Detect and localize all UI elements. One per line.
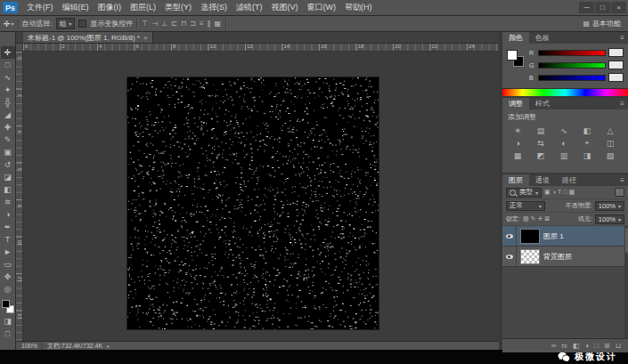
lasso-tool[interactable]: ∿	[1, 71, 15, 84]
status-arrow-icon[interactable]: ▸	[107, 343, 110, 349]
tab-color[interactable]: 颜色	[502, 32, 529, 44]
menu-item[interactable]: 窗口(W)	[303, 0, 341, 15]
curves-icon[interactable]: ∿	[552, 125, 575, 137]
auto-align-icon[interactable]: ▦	[214, 20, 223, 28]
panel-menu-icon[interactable]: ≡	[616, 174, 628, 186]
clone-stamp-tool[interactable]: ▣	[1, 146, 15, 158]
filter-adjustment-layers-icon[interactable]: ◑	[552, 189, 556, 196]
auto-select-dropdown[interactable]: 组 ▾	[56, 18, 76, 29]
path-selection-tool[interactable]: ►	[1, 246, 15, 258]
menu-item[interactable]: 帮助(H)	[340, 0, 377, 15]
layer-thumbnail[interactable]	[521, 250, 539, 263]
menu-item[interactable]: 文件(F)	[22, 0, 58, 15]
filter-type-layers-icon[interactable]: T	[558, 189, 561, 196]
menu-item[interactable]: 视图(V)	[267, 0, 303, 15]
exposure-icon[interactable]: ◧	[575, 125, 599, 137]
layer-name[interactable]: 图层 1	[543, 231, 564, 241]
menu-item[interactable]: 类型(Y)	[160, 0, 196, 15]
blend-mode-dropdown[interactable]: 正常 ▾	[506, 201, 545, 211]
panel-menu-icon[interactable]: ≡	[616, 32, 628, 44]
red-channel-slider[interactable]	[538, 50, 606, 56]
type-tool[interactable]: T	[1, 233, 15, 246]
tool-preset-button[interactable]: ✛ ▾	[4, 20, 14, 28]
tab-layers[interactable]: 图层	[502, 174, 529, 186]
distribute-vertical-icon[interactable]: ≡	[199, 20, 205, 28]
brightness-contrast-icon[interactable]: ☀	[506, 125, 529, 137]
history-brush-tool[interactable]: ↺	[1, 158, 15, 171]
channel-mixer-icon[interactable]: ◫	[599, 137, 622, 150]
layer-filter-dropdown[interactable]: 类型 ▾	[506, 188, 542, 198]
align-left-edges-icon[interactable]: ⊏	[170, 20, 178, 28]
color-lookup-icon[interactable]: ▦	[506, 150, 529, 162]
color-spectrum-ramp[interactable]	[502, 88, 628, 96]
rectangle-tool[interactable]: ▭	[1, 258, 15, 271]
new-adjustment-layer-icon[interactable]: ◑	[584, 339, 589, 352]
fill-dropdown[interactable]: 100% ▾	[595, 214, 624, 224]
layer-visibility-toggle[interactable]	[502, 226, 517, 246]
eraser-tool[interactable]: ◪	[1, 171, 15, 183]
filter-pixel-layers-icon[interactable]: ▣	[544, 189, 551, 196]
maximize-button[interactable]: □	[595, 2, 610, 13]
dodge-tool[interactable]: ◑	[1, 208, 15, 221]
zoom-tool[interactable]: ◎	[1, 283, 15, 295]
quick-mask-icon[interactable]: ◨	[1, 315, 15, 328]
foreground-color-swatch[interactable]	[2, 300, 10, 308]
close-button[interactable]: ×	[611, 2, 626, 13]
red-channel-value-input[interactable]	[608, 48, 624, 57]
layers-scrollbar[interactable]	[624, 226, 628, 338]
add-layer-mask-icon[interactable]: ◧	[573, 339, 580, 352]
workspace-switcher[interactable]: ▦ 基本功能	[583, 19, 624, 28]
gradient-map-icon[interactable]: ▧	[599, 150, 622, 162]
document-tab[interactable]: 未标题-1 @ 100%(图层 1, RGB/8) * ×	[23, 32, 153, 43]
menu-item[interactable]: 滤镜(T)	[232, 0, 267, 15]
minimize-button[interactable]: ─	[579, 2, 594, 13]
document-canvas[interactable]	[127, 77, 379, 329]
opacity-dropdown[interactable]: 100% ▾	[595, 201, 624, 211]
align-bottom-edges-icon[interactable]: ⊥	[160, 20, 168, 28]
menu-item[interactable]: 选择(S)	[196, 0, 232, 15]
invert-icon[interactable]: ◩	[529, 150, 552, 162]
tab-adjustments[interactable]: 调整	[502, 98, 529, 109]
lock-image-pixels-icon[interactable]: ✎	[531, 215, 536, 222]
tab-swatches[interactable]: 色板	[529, 32, 556, 44]
color-balance-icon[interactable]: ⇆	[529, 137, 552, 150]
align-horizontal-centers-icon[interactable]: ⊓	[180, 20, 187, 28]
tab-styles[interactable]: 样式	[529, 98, 556, 109]
pen-tool[interactable]: ✒	[1, 221, 15, 233]
layer-row-background[interactable]: 背景图层	[502, 247, 628, 267]
delete-layer-icon[interactable]: ⊔	[616, 339, 621, 352]
menu-item[interactable]: 编辑(E)	[58, 0, 94, 15]
blue-channel-slider[interactable]	[538, 75, 606, 81]
blur-tool[interactable]: ≋	[1, 196, 15, 208]
eyedropper-tool[interactable]: ◢	[1, 109, 15, 121]
hue-saturation-icon[interactable]: ◑	[506, 137, 529, 150]
tab-channels[interactable]: 通道	[529, 174, 556, 186]
screen-mode-icon[interactable]: □	[1, 328, 15, 340]
layer-effects-icon[interactable]: fx	[562, 339, 567, 352]
green-channel-slider[interactable]	[538, 62, 606, 69]
new-group-icon[interactable]: □	[594, 339, 599, 352]
align-top-edges-icon[interactable]: ⊤	[141, 20, 149, 28]
color-swatches[interactable]	[507, 50, 525, 68]
crop-tool[interactable]: ╬	[1, 96, 15, 109]
zoom-level-field[interactable]: 100%	[21, 343, 37, 349]
filter-shape-layers-icon[interactable]: □	[563, 189, 567, 196]
layer-filter-toggle[interactable]	[615, 188, 624, 197]
foreground-color-swatch[interactable]	[507, 50, 518, 61]
align-right-edges-icon[interactable]: ⊐	[189, 20, 197, 28]
new-layer-icon[interactable]: ⊞	[604, 339, 610, 352]
green-channel-value-input[interactable]	[608, 61, 624, 69]
tab-paths[interactable]: 路径	[556, 174, 583, 186]
distribute-horizontal-icon[interactable]: ∥	[207, 20, 212, 28]
posterize-icon[interactable]: ▥	[552, 150, 575, 162]
move-tool[interactable]: ✛	[1, 46, 15, 59]
vibrance-icon[interactable]: △	[599, 125, 622, 137]
gradient-tool[interactable]: ◧	[1, 183, 15, 196]
menu-item[interactable]: 图像(I)	[94, 0, 126, 15]
link-layers-icon[interactable]: ∞	[551, 339, 557, 352]
scrollbar-thumb[interactable]	[625, 228, 628, 253]
foreground-background-swatches[interactable]	[2, 300, 14, 313]
panel-menu-icon[interactable]: ≡	[616, 98, 628, 109]
menu-item[interactable]: 图层(L)	[126, 0, 160, 15]
align-vertical-centers-icon[interactable]: ⊣	[151, 20, 159, 28]
